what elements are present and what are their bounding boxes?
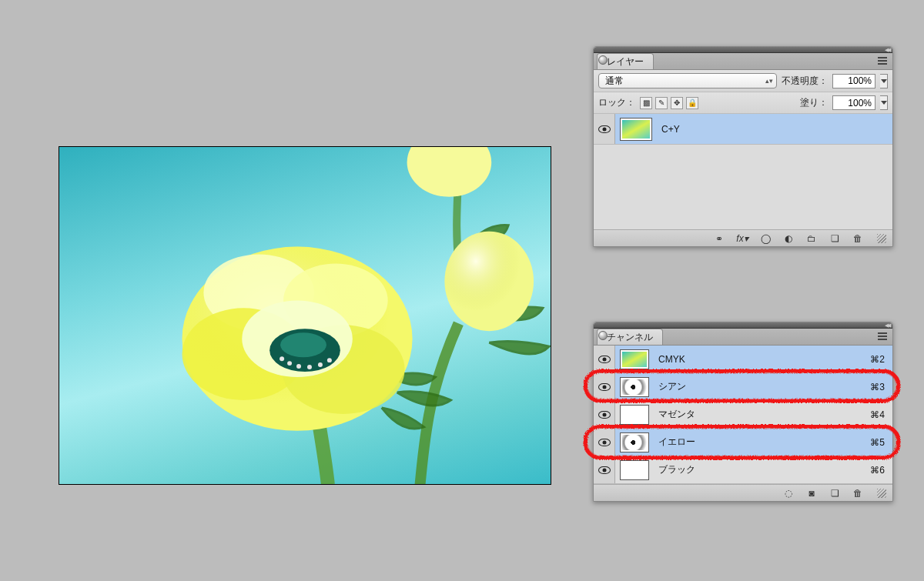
layer-visibility-toggle[interactable] [594,114,615,144]
channel-item[interactable]: マゼンタ⌘4 [594,401,892,429]
channel-item[interactable]: シアン⌘3 [594,373,892,401]
eye-icon [598,383,611,391]
opacity-label: 不透明度： [782,75,828,88]
layer-thumbnail[interactable] [620,118,652,141]
mask-icon[interactable]: ◯ [758,232,772,245]
channel-item[interactable]: イエロー⌘5 [594,429,892,456]
resize-grip[interactable] [877,234,886,243]
blend-mode-dropdown[interactable]: 通常 ▴▾ [598,73,777,88]
svg-point-13 [296,364,301,369]
channel-visibility-toggle[interactable] [594,429,615,456]
channel-shortcut: ⌘2 [870,354,885,365]
channel-name: イエロー [658,436,695,449]
panel-menu-button[interactable] [875,55,889,66]
svg-point-12 [287,361,292,366]
svg-point-2 [407,147,492,197]
channel-name: マゼンタ [658,408,695,421]
fill-input[interactable]: 100% [832,95,875,110]
blend-mode-value: 通常 [605,75,624,88]
panel-close-button[interactable] [598,331,608,340]
fx-icon[interactable]: fx▾ [735,232,749,245]
load-selection-icon[interactable]: ◌ [782,487,795,499]
lock-transparency-icon[interactable]: ▩ [640,97,652,109]
group-icon[interactable]: 🗀 [805,232,819,245]
fill-label: 塗り： [800,96,828,109]
channel-thumbnail[interactable] [620,432,649,452]
canvas-illustration [59,147,551,485]
save-selection-icon[interactable]: ◙ [805,487,819,499]
channel-item[interactable]: CMYK⌘2 [594,346,892,373]
channel-shortcut: ⌘3 [870,382,885,392]
svg-point-16 [327,358,332,362]
channel-visibility-toggle[interactable] [594,401,615,428]
dropdown-arrows-icon: ▴▾ [765,77,773,85]
link-icon[interactable]: ⚭ [712,232,726,245]
panel-close-button[interactable] [598,55,608,65]
layers-panel: ◀◀ レイヤー 通常 ▴▾ 不透明度： 100% ロック： ▩ ✎ ✥ 🔒 塗り… [593,46,893,247]
new-layer-icon[interactable]: ❏ [828,232,842,245]
channel-item[interactable]: ブラック⌘6 [594,456,892,484]
eye-icon [598,125,611,133]
eye-icon [598,411,611,419]
layer-item[interactable]: C+Y [594,114,892,145]
channel-thumbnail[interactable] [620,460,649,480]
panel-collapse-bar[interactable]: ◀◀ [594,322,892,329]
channel-shortcut: ⌘4 [870,409,885,420]
svg-point-17 [280,356,284,361]
svg-point-14 [307,365,312,369]
channel-shortcut: ⌘5 [870,437,885,448]
channel-thumbnail[interactable] [620,405,649,425]
opacity-stepper[interactable] [880,74,888,88]
layer-name[interactable]: C+Y [661,124,680,135]
trash-icon[interactable]: 🗑 [851,232,865,245]
lock-position-icon[interactable]: ✥ [671,97,683,109]
panel-menu-button[interactable] [875,331,889,342]
channel-thumbnail[interactable] [620,349,649,369]
lock-label: ロック： [598,96,635,109]
adjustment-icon[interactable]: ◐ [782,232,795,245]
channel-visibility-toggle[interactable] [594,346,615,372]
opacity-input[interactable]: 100% [832,74,875,88]
eye-icon [598,466,611,474]
resize-grip[interactable] [877,489,886,498]
channel-name: シアン [658,380,686,393]
fill-stepper[interactable] [880,95,888,110]
channel-thumbnail[interactable] [620,377,649,397]
channel-shortcut: ⌘6 [870,465,885,476]
document-canvas[interactable] [59,146,551,485]
svg-point-1 [444,232,534,332]
channel-name: ブラック [658,463,695,476]
collapse-arrows-icon: ◀◀ [885,47,889,53]
collapse-arrows-icon: ◀◀ [885,322,889,329]
panel-collapse-bar[interactable]: ◀◀ [594,47,892,53]
lock-pixels-icon[interactable]: ✎ [655,97,668,109]
channels-panel: ◀◀ チャンネル CMYK⌘2シアン⌘3マゼンタ⌘4イエロー⌘5ブラック⌘6 ◌… [593,322,893,502]
eye-icon [598,356,611,363]
trash-icon[interactable]: 🗑 [851,487,865,499]
svg-point-15 [318,362,323,367]
svg-point-11 [280,332,326,357]
channel-name: CMYK [658,354,685,365]
eye-icon [598,439,611,446]
channel-visibility-toggle[interactable] [594,456,615,483]
new-channel-icon[interactable]: ❏ [828,487,842,499]
lock-all-icon[interactable]: 🔒 [686,97,698,109]
channel-visibility-toggle[interactable] [594,373,615,400]
